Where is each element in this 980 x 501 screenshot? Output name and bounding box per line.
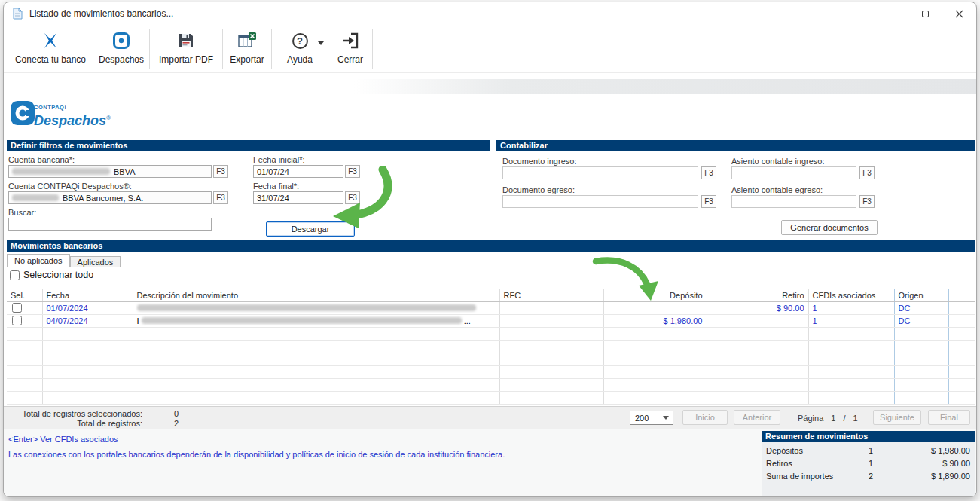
documento-ingreso-f3-button[interactable]: F3: [701, 166, 716, 179]
descargar-button[interactable]: Descargar: [266, 221, 355, 237]
fecha-final-input[interactable]: [253, 191, 343, 204]
page-size-value: 200: [635, 414, 649, 423]
contpaqi-despachos-logo: CONTPAQi Despachos®: [8, 97, 111, 129]
toolbar-label: Cerrar: [337, 54, 363, 65]
row-checkbox[interactable]: [12, 316, 22, 325]
documento-egreso-input[interactable]: [502, 195, 698, 208]
cuenta-despachos-value: BBVA Bancomer, S.A.: [63, 194, 143, 203]
conecta-tu-banco-button[interactable]: Conecta tu banco: [8, 25, 93, 72]
col-fecha[interactable]: Fecha: [42, 289, 133, 301]
fecha-inicial-label: Fecha inicial*:: [253, 155, 304, 164]
enter-hint: <Enter> Ver CFDIs asociados: [8, 435, 118, 444]
despachos-button[interactable]: Despachos: [93, 25, 149, 72]
resumen-amount: $ 1,890.00: [931, 472, 970, 481]
resumen-amount: $ 1,980.00: [931, 446, 970, 455]
inicio-button[interactable]: Inicio: [682, 410, 728, 425]
col-deposito[interactable]: Depósito: [603, 289, 707, 301]
asiento-egreso-label: Asiento contable egreso:: [731, 185, 823, 194]
documento-egreso-label: Documento egreso:: [502, 185, 575, 194]
movimientos-panel: Movimientos bancarios No aplicados Aplic…: [7, 240, 975, 406]
cuenta-despachos-field[interactable]: BBVA Bancomer, S.A.: [8, 191, 212, 204]
bank-connect-icon: [41, 31, 60, 50]
tabstrip: No aplicados Aplicados: [7, 254, 121, 267]
fecha-inicial-f3-button[interactable]: F3: [345, 165, 360, 178]
exit-icon: [341, 31, 359, 50]
col-rfc[interactable]: RFC: [499, 289, 603, 301]
anterior-button[interactable]: Anterior: [734, 410, 780, 425]
resumen-label: Depósitos: [766, 446, 803, 455]
page-size-select[interactable]: 200: [630, 411, 673, 425]
minimize-button[interactable]: [875, 2, 908, 25]
redacted-text: [142, 317, 462, 324]
page-separator: /: [843, 414, 845, 423]
cell-descripcion: [133, 301, 499, 314]
contabilizar-panel: Contabilizar Documento ingreso: F3 Asien…: [496, 140, 975, 240]
tab-aplicados[interactable]: Aplicados: [70, 256, 121, 267]
empty-row: [7, 340, 975, 353]
maximize-button[interactable]: [908, 2, 942, 25]
cell-cfdis-link[interactable]: 1: [808, 301, 894, 314]
col-origen[interactable]: Origen: [894, 289, 948, 301]
col-cfdis[interactable]: CFDIs asociados: [808, 289, 894, 301]
cuenta-bancaria-f3-button[interactable]: F3: [213, 165, 228, 178]
select-all-label[interactable]: Seleccionar todo: [23, 270, 93, 280]
resumen-amount: $ 90.00: [942, 459, 970, 468]
minimize-icon: [888, 14, 896, 14]
table-row[interactable]: 04/07/2024 I ... $ 1,980.00 1 DC: [7, 314, 975, 327]
window-controls: [875, 2, 976, 25]
empty-row: [7, 378, 975, 391]
chevron-down-icon[interactable]: [318, 41, 324, 45]
asiento-egreso-f3-button[interactable]: F3: [859, 195, 875, 208]
asiento-egreso-input[interactable]: [731, 195, 856, 208]
resumen-row-suma: Suma de importes 2 $ 1,890.00: [762, 472, 975, 484]
empty-row: [7, 365, 975, 378]
cuenta-bancaria-field[interactable]: BBVA: [8, 165, 212, 178]
cuenta-despachos-f3-button[interactable]: F3: [213, 191, 228, 204]
cell-cfdis-link[interactable]: 1: [808, 314, 894, 327]
resumen-label: Suma de importes: [766, 472, 833, 481]
chevron-down-icon: [663, 416, 669, 420]
select-all-checkbox[interactable]: [10, 270, 20, 280]
asiento-ingreso-input[interactable]: [731, 166, 856, 179]
col-extra: [948, 289, 975, 301]
fecha-final-f3-button[interactable]: F3: [345, 191, 360, 204]
desc-suffix: ...: [464, 316, 471, 325]
row-checkbox[interactable]: [12, 303, 22, 313]
select-all-row: Seleccionar todo: [10, 270, 93, 280]
col-sel[interactable]: Sel.: [7, 289, 42, 301]
generar-documentos-button[interactable]: Generar documentos: [781, 220, 878, 235]
buscar-input[interactable]: [8, 218, 212, 231]
fecha-inicial-input[interactable]: [253, 165, 343, 178]
cell-retiro: $ 90.00: [707, 301, 808, 314]
logo-product: Despachos®: [34, 111, 111, 128]
close-button[interactable]: [942, 2, 976, 25]
toolbar-label: Importar PDF: [159, 54, 213, 65]
selected-count-label: Total de registros seleccionados:: [7, 409, 142, 418]
logo-brand: CONTPAQi: [34, 104, 111, 111]
siguiente-button[interactable]: Siguiente: [873, 410, 921, 425]
asiento-ingreso-f3-button[interactable]: F3: [859, 166, 875, 179]
documento-egreso-f3-button[interactable]: F3: [701, 195, 716, 208]
ayuda-button[interactable]: ? Ayuda: [272, 25, 328, 72]
cerrar-button[interactable]: Cerrar: [328, 25, 372, 72]
table-row[interactable]: 01/07/2024 $ 90.00 1 DC: [7, 301, 975, 314]
pagina-label: Página: [798, 414, 823, 423]
toolbar-label: Despachos: [99, 54, 144, 65]
tabstrip-line: [7, 267, 975, 267]
table-header-row: Sel. Fecha Descripción del movimiento RF…: [7, 289, 975, 301]
col-retiro[interactable]: Retiro: [707, 289, 808, 301]
statusbar: Total de registros seleccionados: 0 Tota…: [4, 406, 976, 429]
page-indicator: Página 1 / 1: [798, 414, 858, 423]
toolbar-label: Exportar: [230, 54, 264, 65]
final-button[interactable]: Final: [928, 410, 970, 425]
tab-no-aplicados[interactable]: No aplicados: [7, 254, 70, 267]
importar-pdf-button[interactable]: Importar PDF: [150, 25, 222, 72]
redacted-text: [137, 304, 476, 311]
cell-origen: DC: [894, 314, 948, 327]
col-descripcion[interactable]: Descripción del movimiento: [133, 289, 499, 301]
cell-retiro: [707, 314, 808, 327]
selected-count-value: 0: [174, 409, 179, 418]
documento-ingreso-input[interactable]: [502, 166, 698, 179]
cuenta-bancaria-label: Cuenta bancaria*:: [8, 155, 75, 164]
exportar-button[interactable]: Exportar: [223, 25, 271, 72]
